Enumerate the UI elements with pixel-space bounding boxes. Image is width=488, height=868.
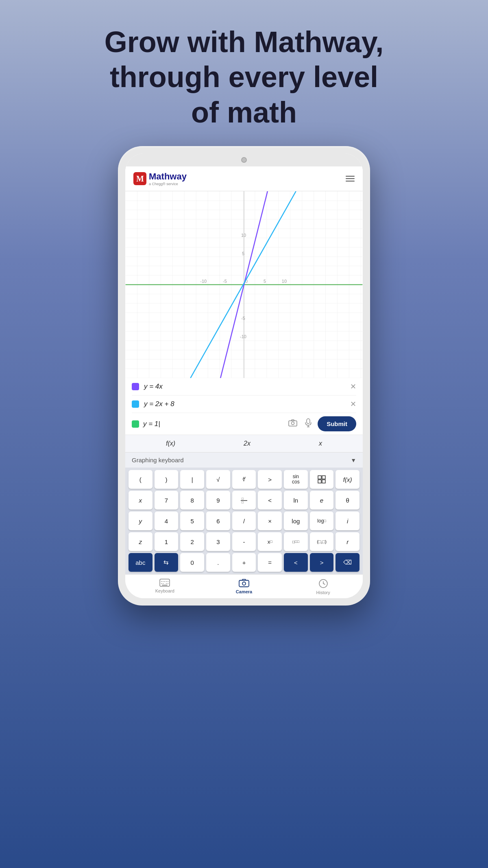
eq-remove-2[interactable]: ✕ xyxy=(350,400,356,409)
eq-remove-1[interactable]: ✕ xyxy=(350,382,356,391)
nav-keyboard[interactable]: Keyboard xyxy=(125,575,205,598)
key-6[interactable]: 6 xyxy=(206,512,230,530)
nav-history[interactable]: History xyxy=(283,575,363,598)
eq-text-2: y = 2x + 8 xyxy=(144,400,350,408)
key-3[interactable]: 3 xyxy=(206,532,230,551)
key-0[interactable]: 0 xyxy=(180,553,204,572)
svg-text:-5: -5 xyxy=(241,316,245,321)
svg-text:10: 10 xyxy=(241,233,246,238)
input-row: y = 1| Submit xyxy=(125,413,363,435)
graph-area[interactable]: -10 -5 0 5 10 10 5 -5 -10 xyxy=(125,191,363,378)
mathway-logo-text: Mathway a Chegg® service xyxy=(149,171,187,186)
mic-button[interactable] xyxy=(303,417,314,431)
key-swap[interactable]: ⇆ xyxy=(155,553,179,572)
submit-button[interactable]: Submit xyxy=(318,416,356,431)
key-coord[interactable]: (□,□) xyxy=(310,532,334,551)
key-abc[interactable]: abc xyxy=(129,553,152,572)
quick-key-2x[interactable]: 2x xyxy=(240,438,255,449)
key-7[interactable]: 7 xyxy=(155,491,179,509)
mic-icon xyxy=(305,418,312,427)
key-open-paren[interactable]: ( xyxy=(129,470,152,489)
eq-color-2 xyxy=(132,400,139,408)
key-plus[interactable]: + xyxy=(232,553,256,572)
nav-camera-label: Camera xyxy=(236,589,252,594)
key-fx[interactable]: f(x) xyxy=(336,470,359,489)
svg-point-80 xyxy=(242,582,246,585)
equation-item-2[interactable]: y = 2x + 8 ✕ xyxy=(132,396,356,413)
camera-input-icon xyxy=(288,419,297,426)
headline-line2: through every level xyxy=(110,61,378,93)
key-gt[interactable]: > xyxy=(258,470,282,489)
key-8[interactable]: 8 xyxy=(180,491,204,509)
svg-line-83 xyxy=(323,584,325,584)
phone-screen: M Mathway a Chegg® service xyxy=(125,153,363,598)
svg-rect-62 xyxy=(322,476,325,479)
key-equals[interactable]: = xyxy=(258,553,282,572)
mathway-logo-icon: M xyxy=(133,172,146,185)
keyboard-icon xyxy=(159,579,170,587)
svg-text:□: □ xyxy=(242,497,244,501)
key-dot[interactable]: . xyxy=(206,553,230,572)
svg-text:□: □ xyxy=(242,501,244,504)
key-theta[interactable]: θ xyxy=(336,491,359,509)
key-z-var[interactable]: z xyxy=(129,532,152,551)
key-lt[interactable]: < xyxy=(258,491,282,509)
fraction-icon: □ □ xyxy=(240,496,248,504)
key-sqrt[interactable]: √ xyxy=(206,470,230,489)
eq-color-1 xyxy=(132,383,139,390)
key-log-base[interactable]: log□ xyxy=(310,512,334,530)
quick-key-x[interactable]: x xyxy=(315,438,326,449)
svg-rect-58 xyxy=(307,419,310,424)
key-y-var[interactable]: y xyxy=(129,512,152,530)
key-1[interactable]: 1 xyxy=(155,532,179,551)
key-nav-left[interactable]: < xyxy=(284,553,308,572)
key-r-var[interactable]: r xyxy=(336,532,359,551)
nav-camera[interactable]: Camera xyxy=(205,575,284,598)
key-mixed-num[interactable]: □□□ xyxy=(284,532,308,551)
quick-key-fx[interactable]: f(x) xyxy=(162,438,179,449)
keyboard-label: Graphing keyboard xyxy=(132,457,184,464)
key-divide[interactable]: / xyxy=(232,512,256,530)
menu-button[interactable] xyxy=(346,176,355,181)
key-2[interactable]: 2 xyxy=(180,532,204,551)
key-nthroot[interactable]: ∜ xyxy=(232,470,256,489)
key-9[interactable]: 9 xyxy=(206,491,230,509)
key-grid[interactable] xyxy=(310,470,334,489)
svg-rect-63 xyxy=(318,480,321,483)
graph-svg: -10 -5 0 5 10 10 5 -5 -10 xyxy=(125,191,363,378)
key-minus[interactable]: - xyxy=(232,532,256,551)
key-nav-right[interactable]: > xyxy=(310,553,334,572)
equation-item-1[interactable]: y = 4x ✕ xyxy=(132,378,356,396)
svg-text:5: 5 xyxy=(242,251,244,256)
headline-line1: Grow with Mathway, xyxy=(105,26,384,58)
key-e[interactable]: e xyxy=(310,491,334,509)
keyboard-header[interactable]: Graphing keyboard ▼ xyxy=(125,452,363,468)
key-backspace[interactable]: ⌫ xyxy=(336,553,359,572)
key-pipe[interactable]: | xyxy=(180,470,204,489)
history-icon xyxy=(318,579,328,588)
key-5[interactable]: 5 xyxy=(180,512,204,530)
key-x-power[interactable]: x□ xyxy=(258,532,282,551)
key-ln[interactable]: ln xyxy=(284,491,308,509)
key-log[interactable]: log xyxy=(284,512,308,530)
equation-list: y = 4x ✕ y = 2x + 8 ✕ xyxy=(125,378,363,413)
front-camera xyxy=(241,157,247,163)
key-row-2: x 7 8 9 □ □ < ln e θ xyxy=(129,491,359,509)
nav-keyboard-label: Keyboard xyxy=(155,588,174,593)
app-name: Mathway xyxy=(149,171,187,182)
hamburger-line1 xyxy=(346,176,355,177)
key-4[interactable]: 4 xyxy=(155,512,179,530)
key-close-paren[interactable]: ) xyxy=(155,470,179,489)
camera-input-button[interactable] xyxy=(287,418,299,430)
key-fraction[interactable]: □ □ xyxy=(232,491,256,509)
svg-point-57 xyxy=(292,422,294,425)
mathway-logo: M Mathway a Chegg® service xyxy=(133,171,187,186)
hamburger-line2 xyxy=(346,178,355,179)
key-i-var[interactable]: i xyxy=(336,512,359,530)
key-multiply[interactable]: × xyxy=(258,512,282,530)
key-x-var[interactable]: x xyxy=(129,491,152,509)
quick-keys-row: f(x) 2x x xyxy=(125,435,363,452)
key-sincos[interactable]: sincos xyxy=(284,470,308,489)
svg-text:10: 10 xyxy=(282,279,287,284)
keyboard-dropdown-icon[interactable]: ▼ xyxy=(351,457,356,464)
